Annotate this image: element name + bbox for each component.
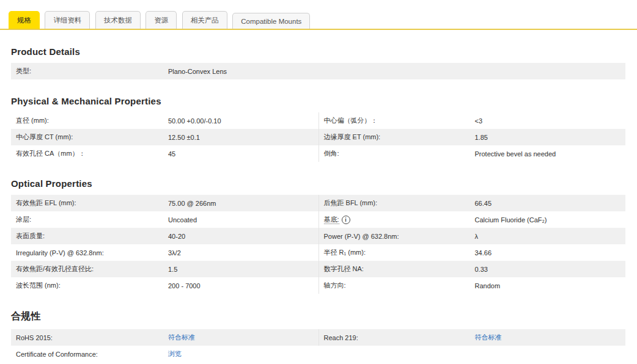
spec-label: 有效焦距/有效孔径直径比: (11, 264, 168, 274)
tab-technical-data[interactable]: 技术数据 (95, 11, 141, 29)
spec-row: 类型: Plano-Convex Lens (11, 63, 625, 79)
spec-value: 75.00 @ 266nm (168, 200, 318, 207)
section-heading-optical: Optical Properties (11, 178, 625, 189)
rohs-compliance-cell: 符合标准 (168, 333, 318, 342)
reach-compliance-cell: 符合标准 (475, 333, 626, 342)
tab-specifications[interactable]: 规格 (9, 11, 40, 29)
spec-value: <3 (475, 117, 626, 125)
optical-table: 有效焦距 EFL (mm): 75.00 @ 266nm 后焦距 BFL (mm… (11, 195, 625, 294)
physical-table: 直径 (mm): 50.00 +0.00/-0.10 中心偏（弧分）： <3 中… (11, 112, 625, 162)
tab-resources[interactable]: 资源 (145, 11, 177, 29)
spec-value: 200 - 7000 (168, 282, 318, 289)
product-details-table: 类型: Plano-Convex Lens (11, 63, 625, 79)
spec-value: 40-20 (168, 233, 318, 240)
spec-label: Irregularity (P-V) @ 632.8nm: (11, 249, 168, 257)
spec-label: 有效孔径 CA（mm）： (11, 149, 168, 158)
spec-label-substrate: 基底:i (319, 215, 475, 225)
rohs-compliant-link[interactable]: 符合标准 (168, 333, 195, 341)
spec-value: 0.33 (475, 266, 626, 273)
reach-compliant-link[interactable]: 符合标准 (475, 333, 502, 341)
coc-cell: 浏览 (168, 349, 318, 359)
spec-value: Plano-Convex Lens (168, 68, 625, 75)
spec-value: 66.45 (475, 200, 626, 207)
spec-label: 半径 R₁ (mm): (319, 248, 475, 257)
spec-value: Uncoated (168, 216, 318, 224)
tab-bar: 规格 详细资料 技术数据 资源 相关产品 Compatible Mounts (0, 0, 637, 30)
tab-related-products[interactable]: 相关产品 (182, 11, 227, 29)
spec-label: 中心偏（弧分）： (319, 116, 475, 125)
spec-label: 数字孔径 NA: (319, 264, 475, 274)
specifications-content: Product Details 类型: Plano-Convex Lens Ph… (0, 46, 637, 364)
spec-value: 50.00 +0.00/-0.10 (168, 117, 318, 125)
spec-row: Certificate of Conformance: 浏览 (11, 346, 625, 362)
spec-label: 直径 (mm): (11, 116, 168, 125)
spec-label: 后焦距 BFL (mm): (319, 198, 475, 208)
spec-value: λ (475, 233, 626, 240)
spec-row: 中心厚度 CT (mm): 12.50 ±0.1 边缘厚度 ET (mm): 1… (11, 129, 625, 145)
spec-value: 1.85 (475, 134, 626, 141)
spec-label: 涂层: (11, 215, 168, 224)
spec-row: Irregularity (P-V) @ 632.8nm: 3λ/2 半径 R₁… (11, 244, 625, 261)
spec-value: Random (475, 282, 626, 289)
spec-label: 类型: (11, 67, 168, 76)
spec-row: 有效孔径 CA（mm）： 45 倒角: Protective bevel as … (11, 145, 625, 162)
spec-value: Protective bevel as needed (475, 150, 626, 158)
certificate-view-link[interactable]: 浏览 (168, 350, 182, 357)
spec-value: 12.50 ±0.1 (168, 134, 318, 141)
section-heading-compliance: 合规性 (11, 310, 625, 323)
spec-value: Calcium Fluoride (CaF₂) (475, 216, 626, 224)
compliance-table: RoHS 2015: 符合标准 Reach 219: 符合标准 Certific… (11, 329, 625, 362)
spec-label: Certificate of Conformance: (11, 351, 168, 358)
spec-label: 波长范围 (nm): (11, 281, 168, 290)
spec-row: RoHS 2015: 符合标准 Reach 219: 符合标准 (11, 329, 625, 346)
spec-row: 直径 (mm): 50.00 +0.00/-0.10 中心偏（弧分）： <3 (11, 112, 625, 129)
spec-label: 倒角: (319, 149, 475, 158)
spec-value: 45 (168, 150, 318, 158)
tab-compatible-mounts[interactable]: Compatible Mounts (232, 13, 310, 29)
spec-label: Power (P-V) @ 632.8nm: (319, 233, 475, 240)
spec-label: Reach 219: (319, 334, 475, 341)
spec-row: 表面质量: 40-20 Power (P-V) @ 632.8nm: λ (11, 228, 625, 244)
spec-label: RoHS 2015: (11, 334, 168, 341)
section-heading-product-details: Product Details (11, 46, 625, 57)
spec-row: 波长范围 (nm): 200 - 7000 轴方向: Random (11, 277, 625, 294)
spec-label: 有效焦距 EFL (mm): (11, 198, 168, 208)
spec-row: 有效焦距/有效孔径直径比: 1.5 数字孔径 NA: 0.33 (11, 261, 625, 277)
spec-label: 表面质量: (11, 231, 168, 241)
info-icon[interactable]: i (342, 216, 350, 224)
spec-value: 34.66 (475, 249, 626, 257)
spec-value: 1.5 (168, 266, 318, 273)
spec-value: 3λ/2 (168, 249, 318, 257)
spec-row: 有效焦距 EFL (mm): 75.00 @ 266nm 后焦距 BFL (mm… (11, 195, 625, 211)
tab-details[interactable]: 详细资料 (45, 11, 90, 29)
section-heading-physical: Physical & Mechanical Properties (11, 96, 625, 106)
spec-row: 涂层: Uncoated 基底:i Calcium Fluoride (CaF₂… (11, 211, 625, 228)
spec-label: 中心厚度 CT (mm): (11, 133, 168, 142)
spec-label: 边缘厚度 ET (mm): (319, 133, 475, 142)
spec-label: 轴方向: (319, 281, 475, 290)
